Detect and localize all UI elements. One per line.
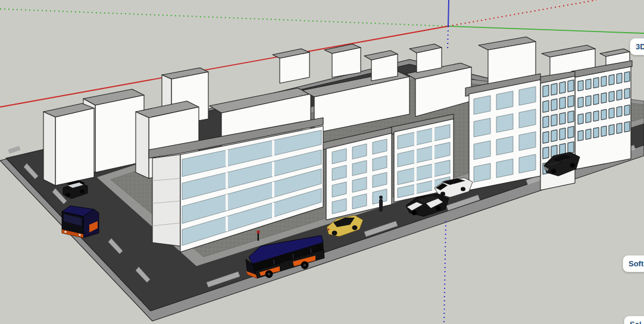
tool-chip-soften[interactable]: Soft xyxy=(623,255,644,272)
building-balcony-windows[interactable] xyxy=(465,74,540,190)
pedestrian[interactable] xyxy=(379,196,383,212)
tool-chip-3d[interactable]: 3D xyxy=(630,38,644,55)
building-block[interactable] xyxy=(43,103,94,185)
sketchup-viewport-page: { "viewport": { "type": "3d-model-viewpo… xyxy=(0,0,644,324)
city-bus[interactable] xyxy=(62,206,99,238)
blue-axis-solid xyxy=(448,0,449,26)
tool-chip-select[interactable]: Sel xyxy=(624,316,644,324)
viewport-canvas[interactable] xyxy=(0,0,644,324)
building-small-windows[interactable] xyxy=(571,61,632,169)
